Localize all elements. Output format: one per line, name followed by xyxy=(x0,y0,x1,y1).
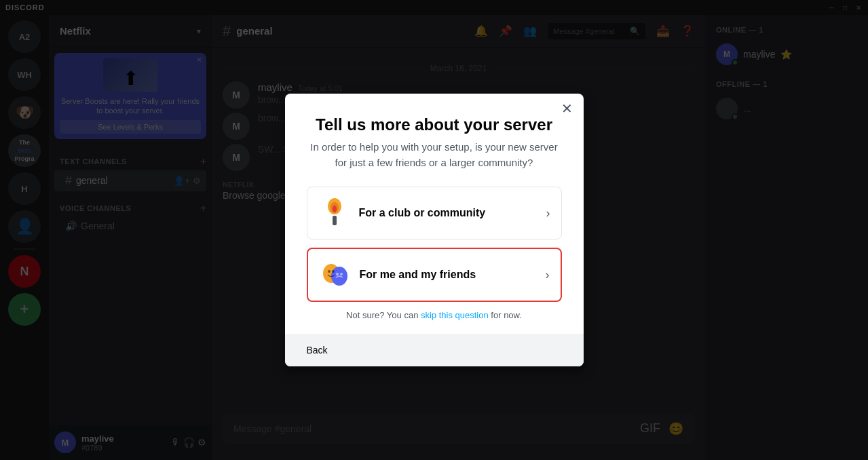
svg-point-3 xyxy=(333,206,337,212)
option-friends-icon xyxy=(319,258,352,291)
svg-point-7 xyxy=(328,270,331,273)
modal-subtitle: In order to help you with your setup, is… xyxy=(307,140,562,170)
skip-suffix: for now. xyxy=(491,310,522,320)
modal-footer: Back xyxy=(285,334,584,366)
back-button[interactable]: Back xyxy=(307,345,328,356)
option-club-chevron-icon: › xyxy=(546,206,550,221)
server-type-modal: ✕ Tell us more about your server In orde… xyxy=(285,94,584,366)
modal-title: Tell us more about your server xyxy=(307,115,562,134)
option-club-label: For a club or community xyxy=(359,207,538,219)
option-friends-label: For me and my friends xyxy=(360,269,537,281)
svg-rect-0 xyxy=(333,216,337,225)
svg-point-9 xyxy=(336,273,339,275)
modal-overlay: ✕ Tell us more about your server In orde… xyxy=(0,0,868,460)
svg-point-8 xyxy=(332,270,335,273)
modal-body: ✕ Tell us more about your server In orde… xyxy=(285,94,584,320)
skip-prefix: Not sure? You can xyxy=(346,310,418,320)
option-club[interactable]: For a club or community › xyxy=(307,187,562,239)
modal-skip-text: Not sure? You can skip this question for… xyxy=(307,310,562,320)
option-friends-chevron-icon: › xyxy=(546,268,550,282)
modal-close-button[interactable]: ✕ xyxy=(561,102,573,115)
skip-link[interactable]: skip this question xyxy=(421,310,489,320)
svg-point-10 xyxy=(340,273,343,275)
option-club-icon xyxy=(318,197,351,229)
option-friends[interactable]: For me and my friends › xyxy=(307,248,562,302)
